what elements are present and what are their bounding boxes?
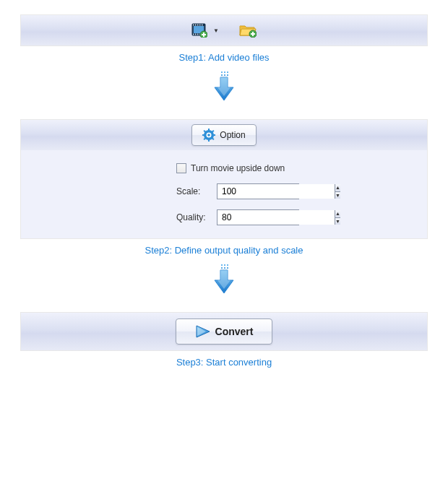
- scale-down-button[interactable]: ▼: [335, 191, 340, 199]
- step1-panel: ▼: [20, 14, 428, 46]
- arrow-2: [20, 264, 428, 295]
- svg-rect-22: [227, 72, 228, 73]
- svg-rect-25: [227, 74, 228, 76]
- svg-rect-38: [224, 264, 225, 266]
- svg-rect-2: [192, 24, 205, 26]
- add-video-dropdown[interactable]: ▼: [212, 27, 220, 34]
- add-video-icon: [191, 23, 207, 38]
- flip-label: Turn movie upside down: [191, 163, 285, 173]
- convert-button-label: Convert: [215, 326, 254, 337]
- flip-row: Turn movie upside down: [176, 163, 427, 173]
- convert-button[interactable]: Convert: [176, 318, 273, 344]
- arrow-1: [20, 72, 428, 102]
- arrow-down-icon: [212, 264, 236, 295]
- svg-rect-19: [251, 33, 255, 35]
- step3-toolbar: Convert: [21, 313, 427, 350]
- scale-spinner: ▲ ▼: [217, 183, 299, 199]
- svg-rect-4: [193, 25, 194, 26]
- svg-rect-20: [221, 72, 223, 73]
- flip-checkbox[interactable]: [176, 163, 186, 173]
- step3-caption: Step3: Start converting: [20, 357, 428, 368]
- svg-rect-16: [202, 34, 206, 35]
- gear-icon: [202, 129, 215, 142]
- svg-rect-23: [221, 74, 223, 76]
- svg-rect-8: [202, 25, 203, 26]
- add-folder-button[interactable]: [239, 23, 257, 38]
- step1-caption: Step1: Add video files: [20, 52, 428, 63]
- quality-input[interactable]: [217, 210, 335, 225]
- scale-label: Scale:: [176, 186, 217, 196]
- svg-rect-32: [213, 134, 215, 136]
- add-video-button[interactable]: [191, 23, 207, 38]
- step2-caption: Step2: Define output quality and scale: [20, 245, 428, 256]
- arrow-down-icon: [212, 72, 236, 102]
- svg-rect-37: [221, 264, 223, 266]
- play-icon: [195, 324, 211, 339]
- svg-rect-29: [208, 129, 210, 131]
- step2-settings: Turn movie upside down Scale: ▲ ▼ Qualit…: [21, 150, 427, 238]
- add-folder-icon: [239, 23, 257, 38]
- step3-panel: Convert: [20, 312, 428, 351]
- scale-up-button[interactable]: ▲: [335, 184, 340, 191]
- svg-rect-21: [224, 72, 225, 73]
- svg-point-28: [208, 134, 211, 136]
- quality-spinner: ▲ ▼: [217, 209, 299, 225]
- svg-rect-7: [199, 25, 201, 26]
- svg-rect-11: [197, 34, 199, 35]
- quality-up-button[interactable]: ▲: [335, 210, 340, 217]
- step2-panel: Option Turn movie upside down Scale: ▲ ▼…: [20, 119, 428, 239]
- scale-input[interactable]: [217, 184, 335, 199]
- option-button[interactable]: Option: [191, 124, 256, 146]
- svg-rect-41: [224, 267, 225, 269]
- scale-row: Scale: ▲ ▼: [176, 183, 427, 199]
- svg-rect-5: [195, 25, 197, 26]
- step2-toolbar: Option: [21, 120, 427, 150]
- svg-rect-30: [208, 139, 210, 142]
- quality-row: Quality: ▲ ▼: [176, 209, 427, 225]
- option-button-label: Option: [220, 130, 245, 140]
- svg-rect-40: [221, 267, 223, 269]
- quality-label: Quality:: [176, 212, 217, 222]
- svg-rect-42: [227, 267, 228, 269]
- svg-rect-10: [195, 34, 197, 35]
- svg-rect-6: [197, 25, 199, 26]
- step1-toolbar: ▼: [21, 15, 427, 46]
- svg-rect-9: [193, 34, 194, 35]
- svg-rect-24: [224, 74, 225, 76]
- quality-down-button[interactable]: ▼: [335, 217, 340, 225]
- svg-rect-31: [202, 134, 204, 136]
- svg-rect-39: [227, 264, 228, 266]
